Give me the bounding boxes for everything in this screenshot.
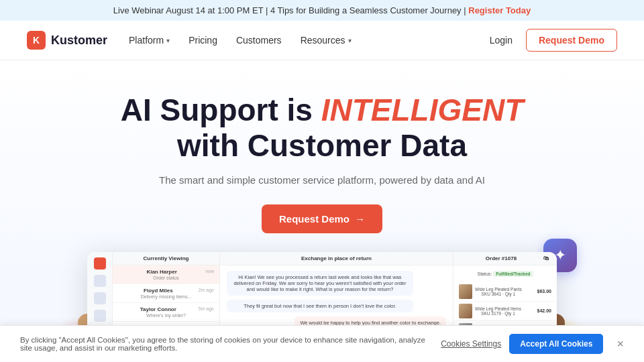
- hero-cta-button[interactable]: Request Demo →: [262, 204, 382, 233]
- message-1: Hi Kian! We see you processed a return l…: [227, 271, 413, 296]
- conversation-item-2[interactable]: 2m ago Floyd Miles Delivery missing item…: [113, 284, 219, 303]
- arrow-icon: →: [355, 213, 365, 225]
- nav-platform[interactable]: Platform ▾: [129, 35, 170, 46]
- top-banner: Live Webinar August 14 at 1:00 PM ET | 4…: [0, 0, 644, 21]
- accept-cookies-button[interactable]: Accept All Cookies: [509, 334, 603, 354]
- navbar: K Kustomer Platform ▾ Pricing Customers …: [0, 21, 644, 60]
- chat-header: Exchange in place of return: [220, 252, 453, 265]
- sidebar-icon-3: [94, 310, 106, 322]
- sidebar-icon-2: [94, 292, 106, 304]
- nav-actions: Login Request Demo: [490, 29, 617, 52]
- cookie-actions: Cookies Settings Accept All Cookies ×: [441, 334, 624, 354]
- banner-text: Live Webinar August 14 at 1:00 PM ET | 4…: [113, 5, 466, 15]
- nav-resources[interactable]: Resources ▾: [301, 35, 352, 46]
- cookie-banner: By clicking "Accept All Cookies", you ag…: [0, 325, 644, 362]
- logo[interactable]: K Kustomer: [27, 31, 107, 50]
- hero-section: AI Support is INTELLIGENT with Customer …: [0, 60, 644, 362]
- cookie-text: By clicking "Accept All Cookies", you ag…: [20, 336, 427, 352]
- conversation-item-3[interactable]: 5m ago Taylor Connor Where's my order?: [113, 303, 219, 322]
- chevron-down-icon: ▾: [348, 37, 352, 44]
- conversation-item-1[interactable]: now Kian Harper Order status: [113, 265, 219, 284]
- cookie-close-button[interactable]: ×: [616, 337, 624, 351]
- order-item-2: Wide Leg Pleated ItemsSKU 3179 · Qty 1 $…: [453, 302, 557, 321]
- banner-link[interactable]: Register Today: [468, 5, 531, 15]
- login-button[interactable]: Login: [490, 35, 513, 46]
- sidebar-icon-1: [94, 275, 106, 287]
- order-item-1: Wide Leg Pleated PantsSKU 3841 · Qty 1 $…: [453, 282, 557, 302]
- chevron-down-icon: ▾: [166, 37, 170, 44]
- sidebar-icon-active: [94, 257, 106, 269]
- nav-pricing[interactable]: Pricing: [189, 35, 217, 46]
- order-header: Order #1078 🛍: [453, 252, 557, 265]
- request-demo-button[interactable]: Request Demo: [526, 29, 617, 52]
- order-info: Status: Fulfilled/Tracked: [453, 265, 557, 282]
- hero-subtitle: The smart and simple customer service pl…: [27, 174, 617, 186]
- hero-title: AI Support is INTELLIGENT with Customer …: [27, 93, 617, 164]
- hero-highlight: INTELLIGENT: [321, 93, 524, 127]
- nav-links: Platform ▾ Pricing Customers Resources ▾: [129, 35, 490, 46]
- logo-icon: K: [27, 31, 46, 50]
- message-2: They fit great but now that I see them i…: [227, 300, 413, 312]
- nav-customers[interactable]: Customers: [236, 35, 282, 46]
- logo-text: Kustomer: [51, 34, 107, 48]
- cookies-settings-button[interactable]: Cookies Settings: [441, 339, 501, 349]
- conversations-header: Currently Viewing: [113, 252, 219, 265]
